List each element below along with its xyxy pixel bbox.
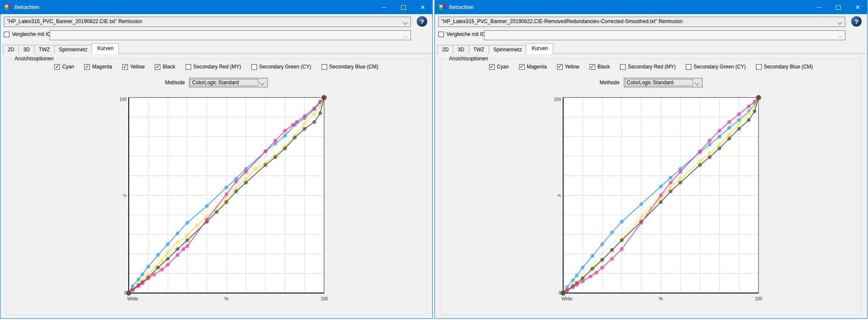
datapoint-cyan bbox=[620, 220, 624, 224]
checkbox-unchecked-icon[interactable] bbox=[620, 64, 626, 70]
methode-combobox[interactable]: ColorLogic Standard bbox=[624, 78, 703, 87]
tab-twz[interactable]: TWZ bbox=[469, 45, 489, 54]
datapoint-black bbox=[215, 210, 218, 214]
checkbox-secondary-red-my[interactable]: Secondary Red (MY) bbox=[186, 64, 241, 70]
window-betrachten-right: Betrachten ✕ "HP_Latex315_PVC_Banner_201… bbox=[434, 0, 868, 319]
axis-label: White bbox=[561, 296, 573, 301]
checkbox-checked-icon[interactable] bbox=[489, 64, 495, 70]
tab-strip: 2D3DTWZSpinnennetzKurven bbox=[437, 44, 553, 54]
datapoint-magenta bbox=[669, 181, 673, 184]
endpoint-dot bbox=[561, 290, 566, 296]
checkbox-checked-icon[interactable] bbox=[54, 64, 60, 70]
help-button[interactable]: ? bbox=[417, 16, 427, 27]
datapoint-black bbox=[610, 248, 614, 252]
datapoint-magenta bbox=[140, 281, 144, 285]
tab-twz[interactable]: TWZ bbox=[34, 45, 55, 54]
datapoint-magenta bbox=[610, 257, 614, 261]
curves-chart-container: 100%0White%100 bbox=[545, 94, 768, 308]
checkbox-secondary-red-my[interactable]: Secondary Red (MY) bbox=[620, 64, 676, 70]
datapoint-magenta bbox=[313, 107, 316, 110]
checkbox-checked-icon[interactable] bbox=[84, 64, 90, 70]
checkbox-black[interactable]: Black bbox=[155, 64, 175, 70]
close-button[interactable]: ✕ bbox=[848, 0, 867, 14]
datapoint-cyan bbox=[669, 176, 673, 180]
checkbox-black[interactable]: Black bbox=[590, 64, 610, 70]
minimize-button[interactable] bbox=[375, 0, 394, 14]
checkbox-checked-icon[interactable] bbox=[590, 64, 595, 70]
checkbox-unchecked-icon[interactable] bbox=[251, 64, 257, 70]
checkbox-secondary-green-cy[interactable]: Secondary Green (CY) bbox=[251, 64, 311, 70]
icc-profile-checkbox[interactable] bbox=[438, 32, 444, 37]
datapoint-yellow bbox=[160, 259, 164, 263]
datapoint-magenta bbox=[176, 253, 180, 257]
datapoint-yellow bbox=[166, 250, 170, 254]
measurement-file-combobox[interactable]: "HP_Latex315_PVC_Banner_20190822.CIE-Rem… bbox=[438, 17, 845, 27]
checkbox-checked-icon[interactable] bbox=[519, 64, 525, 70]
measurement-file-combobox[interactable]: "HP_Latex315_PVC_Banner_20190822.CIE.txt… bbox=[4, 17, 411, 27]
curves-chart: 100%0White%100 bbox=[545, 94, 768, 308]
maximize-icon bbox=[401, 5, 406, 10]
datapoint-yellow bbox=[176, 240, 180, 244]
close-button[interactable]: ✕ bbox=[413, 0, 432, 14]
checkbox-secondary-green-cy[interactable]: Secondary Green (CY) bbox=[686, 64, 746, 70]
datapoint-cyan bbox=[186, 221, 189, 225]
maximize-button[interactable] bbox=[829, 0, 848, 14]
icc-profile-checkbox[interactable] bbox=[4, 32, 9, 37]
datapoint-yellow bbox=[717, 142, 721, 146]
methode-combobox[interactable]: ColorLogic Standard bbox=[189, 78, 268, 87]
tab-kurven[interactable]: Kurven bbox=[526, 43, 553, 54]
datapoint-magenta bbox=[146, 276, 150, 280]
tab-spinnennetz[interactable]: Spinnennetz bbox=[54, 45, 92, 54]
minimize-button[interactable] bbox=[809, 0, 829, 14]
datapoint-yellow bbox=[186, 234, 189, 237]
datapoint-yellow bbox=[669, 186, 673, 190]
checkbox-checked-icon[interactable] bbox=[557, 64, 563, 70]
chevron-down-icon bbox=[837, 20, 842, 24]
titlebar[interactable]: Betrachten ✕ bbox=[0, 0, 432, 14]
icc-profile-combobox[interactable] bbox=[484, 30, 845, 40]
help-icon: ? bbox=[420, 18, 424, 25]
tab-kurven[interactable]: Kurven bbox=[92, 43, 119, 54]
icc-profile-combobox[interactable] bbox=[50, 30, 411, 40]
checkbox-secondary-blue-cm[interactable]: Secondary Blue (CM) bbox=[322, 64, 378, 70]
datapoint-magenta bbox=[600, 266, 604, 270]
tab-3d[interactable]: 3D bbox=[453, 45, 469, 54]
checkbox-yellow[interactable]: Yellow bbox=[122, 64, 145, 70]
datapoint-cyan bbox=[176, 231, 180, 235]
curves-chart: 100%0White%100 bbox=[111, 94, 334, 308]
checkbox-checked-icon[interactable] bbox=[122, 64, 128, 70]
checkbox-magenta[interactable]: Magenta bbox=[84, 64, 112, 70]
checkbox-label: Black bbox=[162, 64, 175, 70]
datapoint-magenta bbox=[263, 149, 267, 153]
tab-spinnennetz[interactable]: Spinnennetz bbox=[489, 45, 527, 54]
checkbox-label: Yellow bbox=[130, 64, 145, 70]
axis-label: 100 bbox=[321, 296, 328, 301]
tab-3d[interactable]: 3D bbox=[18, 45, 34, 54]
checkbox-unchecked-icon[interactable] bbox=[686, 64, 691, 70]
checkbox-label: Secondary Red (MY) bbox=[628, 64, 676, 70]
datapoint-magenta bbox=[727, 120, 731, 124]
checkbox-label: Black bbox=[597, 64, 610, 70]
datapoint-magenta bbox=[639, 221, 643, 225]
checkbox-unchecked-icon[interactable] bbox=[756, 64, 762, 70]
datapoint-black bbox=[293, 136, 297, 139]
checkbox-secondary-blue-cm[interactable]: Secondary Blue (CM) bbox=[756, 64, 813, 70]
checkbox-magenta[interactable]: Magenta bbox=[519, 64, 547, 70]
axis-label: 100 bbox=[755, 296, 762, 301]
channel-checkbox-row: CyanMagentaYellowBlackSecondary Red (MY)… bbox=[441, 64, 861, 70]
titlebar[interactable]: Betrachten ✕ bbox=[435, 0, 867, 14]
checkbox-yellow[interactable]: Yellow bbox=[557, 64, 579, 70]
checkbox-unchecked-icon[interactable] bbox=[186, 64, 191, 70]
tab-2d[interactable]: 2D bbox=[3, 45, 19, 54]
help-button[interactable]: ? bbox=[851, 16, 862, 27]
checkbox-cyan[interactable]: Cyan bbox=[54, 64, 74, 70]
tab-2d[interactable]: 2D bbox=[437, 45, 453, 54]
maximize-button[interactable] bbox=[394, 0, 413, 14]
window-controls: ✕ bbox=[809, 0, 867, 14]
chevron-down-icon bbox=[403, 33, 407, 38]
checkbox-unchecked-icon[interactable] bbox=[322, 64, 327, 70]
checkbox-cyan[interactable]: Cyan bbox=[489, 64, 509, 70]
checkbox-checked-icon[interactable] bbox=[155, 64, 160, 70]
datapoint-magenta bbox=[295, 120, 298, 124]
datapoint-cyan bbox=[146, 265, 150, 269]
